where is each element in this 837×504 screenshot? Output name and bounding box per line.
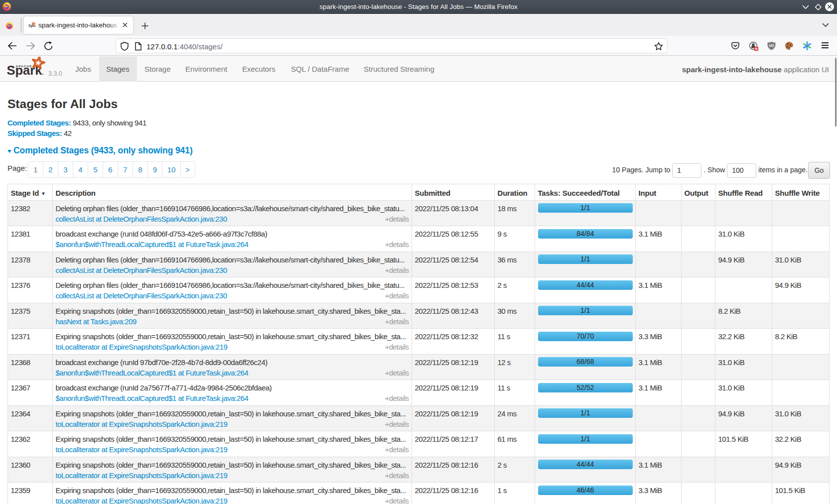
- svg-text:™: ™: [41, 73, 44, 76]
- svg-text:UO: UO: [769, 44, 774, 47]
